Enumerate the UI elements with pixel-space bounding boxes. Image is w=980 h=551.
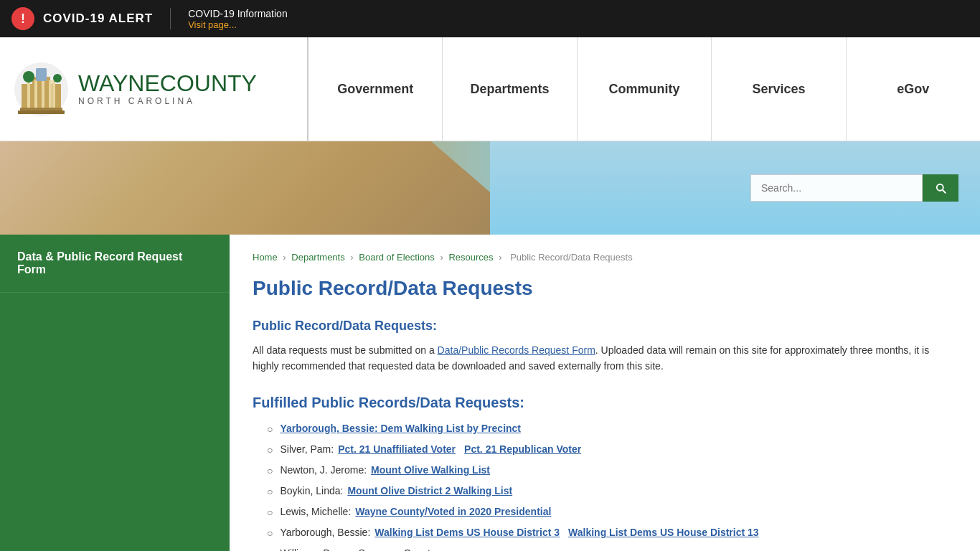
- breadcrumb-board-elections[interactable]: Board of Elections: [359, 252, 435, 263]
- sidebar: Data & Public Record Request Form: [0, 235, 230, 551]
- breadcrumb-resources[interactable]: Resources: [448, 252, 493, 263]
- list-link-yarborough-district3[interactable]: Walking List Dems US House District 3: [374, 527, 560, 538]
- search-icon: [934, 182, 947, 194]
- section1-heading: Public Record/Data Requests:: [253, 319, 957, 334]
- list-item: Boykin, Linda: Mount Olive District 2 Wa…: [267, 485, 957, 497]
- svg-rect-3: [27, 80, 30, 109]
- alert-bar: ! COVID-19 ALERT COVID-19 Information Vi…: [0, 0, 980, 37]
- alert-visit-link[interactable]: Visit page...: [188, 19, 288, 30]
- data-request-form-link[interactable]: Data/Public Records Request Form: [438, 344, 595, 356]
- nav-government[interactable]: Government: [308, 37, 443, 141]
- breadcrumb-home[interactable]: Home: [253, 252, 278, 263]
- list-link-yarborough-district13[interactable]: Walking List Dems US House District 13: [568, 527, 759, 538]
- nav-departments[interactable]: Departments: [443, 37, 577, 141]
- svg-rect-6: [49, 80, 52, 109]
- logo-bold: WAYNE: [78, 70, 160, 96]
- list-text-yarborough2: Yarborough, Bessie:: [280, 527, 370, 538]
- breadcrumb-sep2: ›: [350, 252, 353, 263]
- svg-point-9: [53, 74, 62, 83]
- list-item: Yarborough, Bessie: Walking List Dems US…: [267, 527, 957, 539]
- breadcrumb-current: Public Record/Data Requests: [510, 252, 633, 263]
- svg-rect-5: [42, 80, 44, 109]
- list-text-williams: Williams, Donna: Sampson County...: [280, 547, 443, 551]
- svg-rect-12: [18, 110, 65, 114]
- fulfilled-list: Yarborough, Bessie: Dem Walking List by …: [253, 423, 957, 551]
- list-link-boykin[interactable]: Mount Olive District 2 Walking List: [347, 485, 512, 496]
- list-link-silver-unaffiliated[interactable]: Pct. 21 Unaffiliated Voter: [338, 443, 456, 455]
- list-link-lewis[interactable]: Wayne County/Voted in 2020 Presidential: [355, 506, 551, 517]
- svg-point-8: [23, 71, 34, 83]
- section1-text-before: All data requests must be submitted on a: [253, 344, 438, 356]
- section1-body: All data requests must be submitted on a…: [253, 342, 957, 375]
- nav-services[interactable]: Services: [712, 37, 846, 141]
- list-item: Lewis, Michelle: Wayne County/Voted in 2…: [267, 506, 957, 518]
- svg-rect-7: [52, 80, 55, 109]
- list-text-lewis: Lewis, Michelle:: [280, 506, 351, 517]
- breadcrumb-sep3: ›: [440, 252, 443, 263]
- list-item: Silver, Pam: Pct. 21 Unaffiliated Voter …: [267, 443, 957, 456]
- list-link-silver-republican[interactable]: Pct. 21 Republican Voter: [464, 443, 581, 455]
- list-link-newton[interactable]: Mount Olive Walking List: [371, 464, 490, 476]
- alert-info: COVID-19 Information Visit page...: [188, 8, 288, 30]
- breadcrumb-sep1: ›: [283, 252, 286, 263]
- search-button[interactable]: [923, 174, 958, 202]
- main-nav: Government Departments Community Service…: [308, 37, 980, 141]
- logo-sub: NORTH CAROLINA: [78, 96, 257, 106]
- logo-main: WAYNECOUNTY: [78, 72, 257, 95]
- search-box: [750, 174, 958, 202]
- sidebar-item-data-request[interactable]: Data & Public Record Request Form: [0, 235, 230, 293]
- alert-icon: !: [11, 7, 34, 30]
- list-link-yarborough-walking[interactable]: Yarborough, Bessie: Dem Walking List by …: [280, 423, 521, 434]
- search-input[interactable]: [750, 174, 923, 202]
- nav-egov[interactable]: eGov: [847, 37, 980, 141]
- breadcrumb-departments[interactable]: Departments: [291, 252, 344, 263]
- list-text-silver: Silver, Pam:: [280, 443, 334, 455]
- hero-building: [0, 141, 539, 235]
- breadcrumb: Home › Departments › Board of Elections …: [253, 252, 957, 263]
- page-title: Public Record/Data Requests: [253, 277, 957, 300]
- list-text-newton: Newton, J. Jerome:: [280, 464, 367, 476]
- nav-community[interactable]: Community: [578, 37, 712, 141]
- list-text-boykin: Boykin, Linda:: [280, 485, 343, 496]
- section2-heading: Fulfilled Public Records/Data Requests:: [253, 395, 957, 411]
- alert-info-title: COVID-19 Information: [188, 8, 288, 19]
- alert-divider: [170, 8, 171, 29]
- site-header: WAYNECOUNTY NORTH CAROLINA Government De…: [0, 37, 980, 141]
- logo-text: WAYNECOUNTY NORTH CAROLINA: [78, 72, 257, 106]
- list-item: Williams, Donna: Sampson County...: [267, 547, 957, 551]
- svg-rect-4: [34, 80, 37, 109]
- logo-light: COUNTY: [160, 70, 257, 96]
- list-item: Newton, J. Jerome: Mount Olive Walking L…: [267, 464, 957, 476]
- main-content: Home › Departments › Board of Elections …: [230, 235, 980, 551]
- alert-title: COVID-19 ALERT: [43, 11, 153, 26]
- hero-banner: [0, 141, 980, 235]
- site-logo[interactable]: [14, 62, 68, 116]
- svg-rect-10: [36, 68, 47, 81]
- list-item: Yarborough, Bessie: Dem Walking List by …: [267, 423, 957, 435]
- logo-area: WAYNECOUNTY NORTH CAROLINA: [0, 37, 308, 141]
- breadcrumb-sep4: ›: [499, 252, 501, 263]
- main-layout: Data & Public Record Request Form Home ›…: [0, 235, 980, 551]
